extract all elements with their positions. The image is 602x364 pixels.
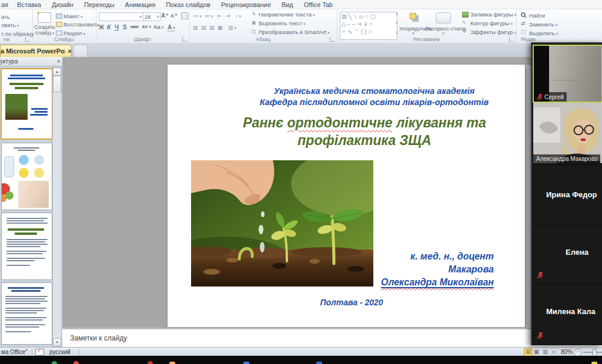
status-bar: ма Office" русский ▤ ▦ ▥ ▭ 80% − xyxy=(0,347,602,356)
justify-button[interactable]: ▦ xyxy=(218,25,223,31)
align-text-button[interactable]: Выровнять текст xyxy=(259,20,306,26)
document-tab-active[interactable]: а Microsoft PowerPoint × xyxy=(0,45,72,57)
new-slide-button[interactable]: Создать слайд xyxy=(34,24,56,36)
grow-font-button[interactable]: А▲ xyxy=(161,12,169,19)
shrink-font-button[interactable]: А▼ xyxy=(170,13,178,19)
decrease-indent-button[interactable]: ⇤ xyxy=(218,13,222,19)
tab-view[interactable]: Вид xyxy=(276,1,299,8)
section-button[interactable]: Раздел xyxy=(63,30,85,36)
video-tile-elena[interactable]: Елена xyxy=(533,225,602,284)
shapes-row-3-icons[interactable]: ✧∿⌒()☆ xyxy=(342,28,396,36)
font-color-button[interactable]: A xyxy=(168,24,175,32)
convert-smartart-button[interactable]: Преобразовать в SmartArt xyxy=(259,29,330,35)
thumbnail-scroll-up-icon[interactable]: ▲ xyxy=(53,68,61,76)
theme-status: ма Office" xyxy=(1,349,28,355)
line-spacing-button[interactable]: ↕ xyxy=(235,13,241,19)
video-tile-irina[interactable]: Ирина Федор xyxy=(533,166,602,223)
slide-thumbnail-2[interactable] xyxy=(1,143,52,210)
strikethrough-button[interactable]: abc xyxy=(131,24,139,29)
tab-slideshow[interactable]: Показ слайдов xyxy=(160,1,216,8)
video-tile-aleksandra[interactable]: Александра Макарова xyxy=(533,103,602,163)
paragraph-dialog-launcher-icon[interactable] xyxy=(330,37,335,42)
tab-insert[interactable]: Вставка xyxy=(12,1,46,8)
taskbar-app-icon[interactable] xyxy=(591,362,597,364)
thumbnail-scrollbar-thumb[interactable] xyxy=(53,76,61,92)
slideshow-view-button[interactable]: ▭ xyxy=(550,348,558,356)
align-right-button[interactable]: ▤ xyxy=(209,25,215,31)
reset-button[interactable]: Восстановить xyxy=(63,21,99,28)
clipboard-dialog-launcher-icon[interactable] xyxy=(25,37,30,42)
spellcheck-status-icon[interactable] xyxy=(35,349,44,356)
smartart-icon: ◫ xyxy=(252,29,256,34)
windows-taskbar[interactable] xyxy=(0,356,602,364)
select-button[interactable]: Выделить xyxy=(529,30,558,36)
find-icon xyxy=(521,12,527,18)
video-tile-milena[interactable]: Милена Кала xyxy=(533,286,602,344)
zoom-level[interactable]: 80% xyxy=(561,349,573,355)
tab-design[interactable]: Дизайн xyxy=(46,1,79,8)
video-tile-sergey[interactable]: Сергей xyxy=(533,45,602,103)
notes-panel[interactable]: Заметки к слайду xyxy=(63,328,602,349)
taskbar-app-icon[interactable] xyxy=(148,361,153,364)
tab-office-tab[interactable]: Office Tab xyxy=(299,1,338,8)
change-case-button[interactable]: Aa xyxy=(153,24,163,30)
bullets-button[interactable]: ≔ xyxy=(193,13,202,19)
zoom-meeting-window[interactable]: Сергей Александра Макарова xyxy=(531,42,602,345)
font-name-combo[interactable]: ▾ xyxy=(99,12,143,21)
shapes-row-2-icons[interactable]: △⌐⌐⇒⇓○ xyxy=(342,21,396,28)
font-size-combo[interactable]: 18▾ xyxy=(143,12,160,21)
text-shadow-button[interactable]: S xyxy=(123,24,127,31)
tab-review[interactable]: Рецензирование xyxy=(216,1,276,8)
thumbnail-scrollbar[interactable]: ▲ ▼ xyxy=(52,67,62,347)
slide-thumbnail-3[interactable] xyxy=(1,213,52,280)
find-button[interactable]: Найти xyxy=(529,12,545,19)
quick-styles-button[interactable]: Экспресс-стили xyxy=(425,25,466,32)
align-left-button[interactable]: ▤ xyxy=(193,25,198,31)
taskbar-app-icon[interactable] xyxy=(169,362,175,364)
shapes-row-1-icons[interactable]: ▤╲⟍▭○▢ xyxy=(342,13,396,21)
slide-sorter-view-button[interactable]: ▦ xyxy=(533,348,540,356)
thumbnail-scroll-down-icon[interactable]: ▼ xyxy=(53,338,61,346)
muted-mic-icon xyxy=(537,271,543,279)
text-direction-button[interactable]: Направление текста xyxy=(259,11,315,18)
taskbar-app-icon[interactable] xyxy=(243,362,249,364)
replace-button[interactable]: Заменить xyxy=(529,21,557,28)
tab-home[interactable]: ая xyxy=(0,1,12,8)
align-center-button[interactable]: ▤ xyxy=(201,25,206,31)
drawing-dialog-launcher-icon[interactable] xyxy=(509,37,514,42)
document-tab-new[interactable] xyxy=(73,45,88,57)
cut-button[interactable]: ать xyxy=(1,14,9,20)
clear-formatting-icon[interactable] xyxy=(181,12,188,19)
slide-thumbnail-1[interactable] xyxy=(1,68,53,140)
underline-button[interactable]: Ч xyxy=(115,24,119,31)
italic-button[interactable]: К xyxy=(107,24,111,31)
shapes-gallery[interactable]: ▤╲⟍▭○▢ △⌐⌐⇒⇓○ ✧∿⌒()☆ xyxy=(340,12,397,40)
shapes-more-icon[interactable]: ⊽ xyxy=(395,31,397,35)
copy-button[interactable]: овать xyxy=(1,22,19,28)
language-status[interactable]: русский xyxy=(49,349,71,355)
shape-outline-icon: ✎ xyxy=(462,20,466,25)
numbering-button[interactable]: ≕ xyxy=(205,13,213,19)
shapes-scroll-down-icon[interactable]: ▼ xyxy=(395,21,399,25)
slide-thumbnail-4[interactable] xyxy=(1,282,52,345)
shape-fill-button[interactable]: Заливка фигуры xyxy=(470,11,516,18)
shape-effects-button[interactable]: Эффекты фигур xyxy=(470,29,516,35)
shapes-scroll-up-icon[interactable]: ▲ xyxy=(395,12,399,15)
slides-panel-close-icon[interactable]: × xyxy=(57,58,61,65)
tab-animations[interactable]: Анимация xyxy=(120,1,161,8)
layout-button[interactable]: Макет xyxy=(63,13,82,19)
document-tab-close-icon[interactable]: × xyxy=(68,48,71,55)
character-spacing-button[interactable]: AV xyxy=(142,24,151,29)
shape-outline-button[interactable]: Контур фигуры xyxy=(470,20,513,26)
increase-indent-button[interactable]: ⇥ xyxy=(226,13,230,19)
slide-canvas[interactable]: Українська медична стоматологічна академ… xyxy=(168,65,525,327)
taskbar-app-icon[interactable] xyxy=(316,362,322,364)
font-dialog-launcher-icon[interactable] xyxy=(182,37,187,42)
bold-button[interactable]: Ж xyxy=(99,24,104,31)
tab-transitions[interactable]: Переходы xyxy=(79,1,120,8)
outline-tab-label[interactable]: уктура xyxy=(0,58,18,65)
reading-view-button[interactable]: ▥ xyxy=(541,348,549,356)
taskbar-app-icon[interactable] xyxy=(52,361,57,364)
columns-button[interactable]: ▥ xyxy=(228,25,236,31)
taskbar-app-icon[interactable] xyxy=(73,361,79,364)
